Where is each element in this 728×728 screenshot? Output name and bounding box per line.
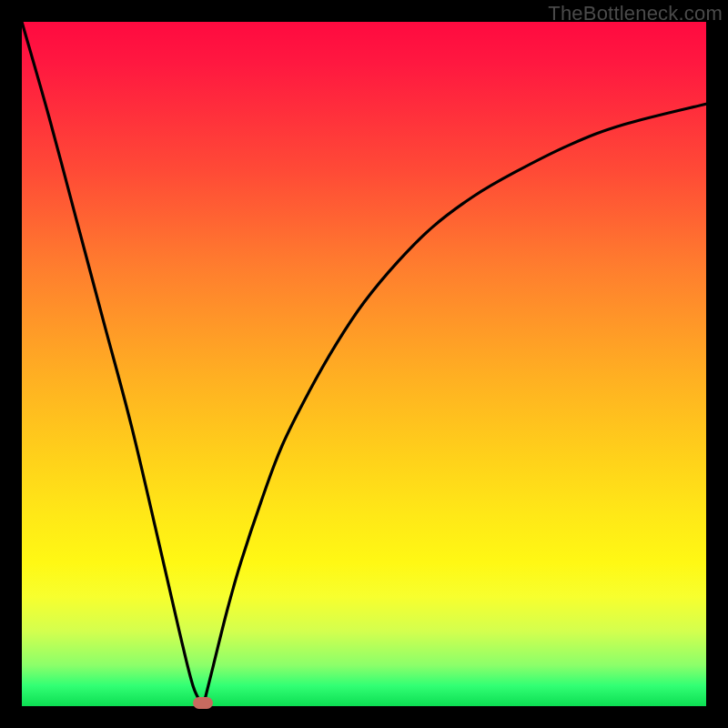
watermark-text: TheBottleneck.com: [548, 2, 723, 25]
curve-svg: [22, 22, 706, 706]
bottleneck-curve-left: [22, 22, 203, 706]
optimum-marker: [193, 697, 213, 709]
chart-plot-area: [22, 22, 706, 706]
bottleneck-curve-right: [203, 104, 706, 706]
